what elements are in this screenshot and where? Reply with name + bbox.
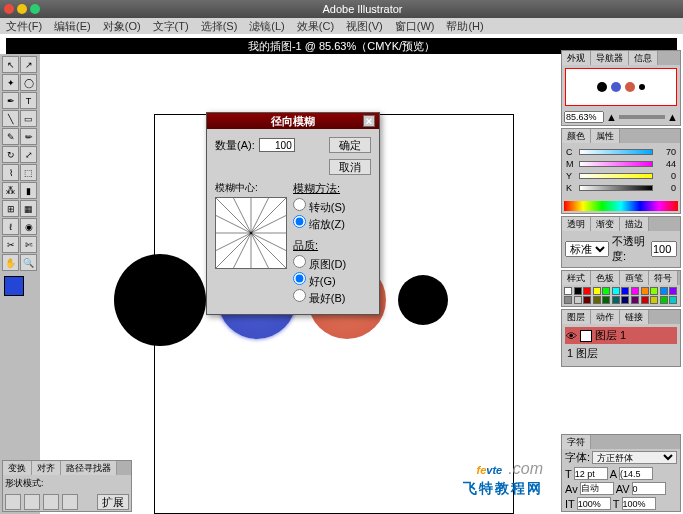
blend-tool-icon[interactable]: ◉	[20, 218, 37, 235]
tab-stroke[interactable]: 描边	[620, 217, 649, 231]
swatch[interactable]	[660, 287, 668, 295]
quality-draft[interactable]: 原图(D)	[293, 255, 346, 272]
font-select[interactable]: 方正舒体	[592, 451, 677, 464]
method-spin[interactable]: 转动(S)	[293, 198, 346, 215]
expand-button[interactable]: 扩展	[97, 494, 129, 510]
selection-tool-icon[interactable]: ↖	[2, 56, 19, 73]
visibility-icon[interactable]: 👁	[566, 330, 577, 342]
eyedropper-tool-icon[interactable]: ℓ	[2, 218, 19, 235]
line-tool-icon[interactable]: ╲	[2, 110, 19, 127]
layer-row[interactable]: 👁 图层 1	[565, 327, 677, 344]
type-tool-icon[interactable]: T	[20, 92, 37, 109]
swatch[interactable]	[621, 296, 629, 304]
dialog-close-icon[interactable]: ×	[363, 115, 375, 127]
swatch[interactable]	[669, 287, 677, 295]
swatch[interactable]	[631, 287, 639, 295]
swatch[interactable]	[564, 296, 572, 304]
menu-type[interactable]: 文字(T)	[153, 19, 189, 34]
menu-object[interactable]: 对象(O)	[103, 19, 141, 34]
quality-best[interactable]: 最好(B)	[293, 289, 346, 306]
circle-black-small[interactable]	[398, 275, 448, 325]
zoom-in-icon[interactable]: ▲	[667, 111, 678, 123]
minimize-window-icon[interactable]	[17, 4, 27, 14]
unite-icon[interactable]	[5, 494, 21, 510]
hand-tool-icon[interactable]: ✋	[2, 254, 19, 271]
graph-tool-icon[interactable]: ▮	[20, 182, 37, 199]
zoom-input[interactable]	[564, 111, 604, 123]
swatch[interactable]	[660, 296, 668, 304]
swatch[interactable]	[612, 287, 620, 295]
zoom-out-icon[interactable]: ▲	[606, 111, 617, 123]
swatch[interactable]	[641, 296, 649, 304]
swatch[interactable]	[574, 287, 582, 295]
blend-mode-select[interactable]: 标准	[565, 241, 609, 257]
tab-gradient[interactable]: 渐变	[591, 217, 620, 231]
navigator-preview[interactable]	[565, 68, 677, 106]
rectangle-tool-icon[interactable]: ▭	[20, 110, 37, 127]
tab-navigator[interactable]: 导航器	[591, 51, 629, 65]
magic-wand-tool-icon[interactable]: ✦	[2, 74, 19, 91]
scissors-tool-icon[interactable]: ✄	[20, 236, 37, 253]
swatch[interactable]	[641, 287, 649, 295]
swatch[interactable]	[583, 287, 591, 295]
tab-appearance[interactable]: 外观	[562, 51, 591, 65]
tab-info[interactable]: 信息	[629, 51, 658, 65]
rotate-tool-icon[interactable]: ↻	[2, 146, 19, 163]
swatch[interactable]	[593, 287, 601, 295]
intersect-icon[interactable]	[43, 494, 59, 510]
swatch[interactable]	[650, 296, 658, 304]
circle-black-large[interactable]	[114, 254, 206, 346]
blur-preview[interactable]	[215, 197, 287, 269]
hscale-input[interactable]	[622, 497, 656, 510]
fill-stroke-swatch[interactable]	[2, 274, 38, 304]
cancel-button[interactable]: 取消	[329, 159, 371, 175]
font-size-input[interactable]	[574, 467, 608, 480]
ok-button[interactable]: 确定	[329, 137, 371, 153]
tab-actions[interactable]: 动作	[591, 310, 620, 324]
menu-file[interactable]: 文件(F)	[6, 19, 42, 34]
swatch[interactable]	[602, 287, 610, 295]
quality-good[interactable]: 好(G)	[293, 272, 346, 289]
zoom-slider[interactable]	[619, 115, 665, 119]
swatch[interactable]	[583, 296, 591, 304]
kerning-input[interactable]	[580, 482, 614, 495]
leading-input[interactable]	[619, 467, 653, 480]
swatch[interactable]	[621, 287, 629, 295]
pen-tool-icon[interactable]: ✒	[2, 92, 19, 109]
symbol-sprayer-tool-icon[interactable]: ⁂	[2, 182, 19, 199]
menu-effect[interactable]: 效果(C)	[297, 19, 334, 34]
scale-tool-icon[interactable]: ⤢	[20, 146, 37, 163]
brush-tool-icon[interactable]: ✎	[2, 128, 19, 145]
swatch[interactable]	[564, 287, 572, 295]
y-slider[interactable]	[579, 173, 653, 179]
tab-align[interactable]: 对齐	[32, 461, 61, 475]
zoom-tool-icon[interactable]: 🔍	[20, 254, 37, 271]
tab-styles[interactable]: 样式	[562, 271, 591, 285]
warp-tool-icon[interactable]: ⌇	[2, 164, 19, 181]
mesh-tool-icon[interactable]: ⊞	[2, 200, 19, 217]
swatch[interactable]	[593, 296, 601, 304]
close-window-icon[interactable]	[4, 4, 14, 14]
tab-attributes[interactable]: 属性	[591, 129, 620, 143]
subtract-icon[interactable]	[24, 494, 40, 510]
pencil-tool-icon[interactable]: ✏	[20, 128, 37, 145]
lasso-tool-icon[interactable]: ◯	[20, 74, 37, 91]
tab-pathfinder[interactable]: 路径寻找器	[61, 461, 117, 475]
tab-symbols[interactable]: 符号	[649, 271, 678, 285]
direct-select-tool-icon[interactable]: ↗	[20, 56, 37, 73]
k-slider[interactable]	[579, 185, 653, 191]
m-slider[interactable]	[579, 161, 653, 167]
amount-input[interactable]	[259, 138, 295, 152]
tracking-input[interactable]	[632, 482, 666, 495]
menu-select[interactable]: 选择(S)	[201, 19, 238, 34]
menu-filter[interactable]: 滤镜(L)	[249, 19, 284, 34]
maximize-window-icon[interactable]	[30, 4, 40, 14]
swatch[interactable]	[669, 296, 677, 304]
slice-tool-icon[interactable]: ✂	[2, 236, 19, 253]
swatch[interactable]	[574, 296, 582, 304]
menu-window[interactable]: 窗口(W)	[395, 19, 435, 34]
opacity-input[interactable]	[651, 241, 677, 257]
exclude-icon[interactable]	[62, 494, 78, 510]
free-transform-tool-icon[interactable]: ⬚	[20, 164, 37, 181]
tab-transparency[interactable]: 透明	[562, 217, 591, 231]
